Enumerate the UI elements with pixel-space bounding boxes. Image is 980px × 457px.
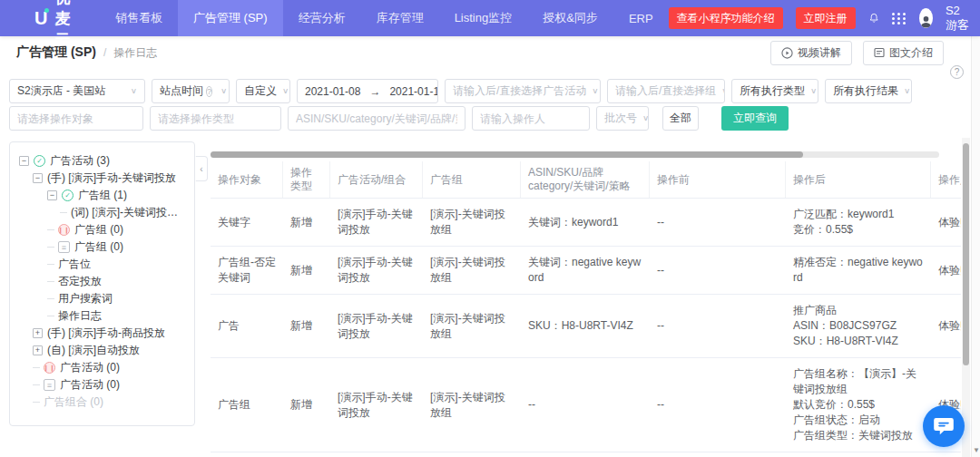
col-header-after: 操作后 — [786, 161, 931, 198]
video-guide-button[interactable]: 视频讲解 — [770, 41, 852, 65]
panel-collapse-handle[interactable]: ‹ — [195, 156, 208, 181]
cell-adgroup: [演示]-关键词投放组 — [423, 382, 521, 429]
cell-before: -- — [650, 255, 786, 287]
tree-item-campaigns-enabled[interactable]: − 广告活动 (3) — [17, 152, 187, 170]
horizontal-scrollbar — [211, 151, 939, 158]
cell-operator: 体验账号 — [931, 255, 961, 287]
cell-campaign: [演示]手动-关键词投放 — [330, 199, 423, 246]
optype-input[interactable] — [150, 106, 281, 131]
cell-optype: 新增 — [283, 310, 330, 342]
col-header-campaign: 广告活动/组合 — [330, 161, 423, 198]
miniapp-intro-button[interactable]: 查看小程序功能介绍 — [669, 7, 783, 29]
nav-item-inventory[interactable]: 库存管理 — [361, 0, 439, 36]
nav-item-sales-board[interactable]: 销售看板 — [100, 0, 178, 36]
horizontal-scrollbar-thumb[interactable] — [211, 151, 803, 158]
tree-item-keyword-group[interactable]: (词) [演示]-关键词投放组 — [17, 204, 187, 221]
expand-toggle[interactable]: + — [33, 328, 43, 338]
cell-target: 广告组 — [211, 389, 283, 421]
operator-input[interactable] — [472, 106, 590, 131]
cell-criteria: -- — [521, 389, 650, 421]
exec-type-select[interactable]: 所有执行类型 — [731, 79, 818, 103]
tree-item-placements[interactable]: 广告位 — [17, 256, 187, 273]
expand-toggle[interactable]: − — [47, 190, 57, 200]
expand-toggle[interactable]: − — [19, 156, 29, 166]
tree-item-campaign-product[interactable]: + (手) [演示]手动-商品投放 — [17, 325, 187, 342]
range-mode-select[interactable]: 自定义 — [236, 79, 290, 103]
nav-item-erp[interactable]: ERP — [613, 0, 669, 36]
exec-result-select[interactable]: 所有执行结果 — [825, 79, 912, 103]
target-input[interactable] — [9, 106, 143, 131]
register-button[interactable]: 立即注册 — [796, 7, 856, 29]
scroll-down-arrow-icon[interactable]: ▼ — [973, 446, 980, 454]
cell-operator: 体验账号 — [931, 310, 961, 342]
keyword-input[interactable] — [288, 106, 466, 131]
date-range-picker[interactable]: 2021-01-08 → 2021-01-14 — [297, 79, 438, 103]
filter-row-1: S2演示店 - 美国站 站点时间? 自定义 2021-01-08 → 2021-… — [9, 79, 912, 103]
expand-toggle[interactable]: − — [33, 173, 43, 183]
help-icon[interactable]: ? — [950, 65, 964, 79]
filter-row-2: 批次号 全部 立即查询 — [9, 106, 789, 131]
batch-select[interactable]: 批次号 — [596, 106, 649, 131]
tree-item-adgroups-enabled[interactable]: − 广告组 (1) — [17, 187, 187, 204]
chat-bubble-icon — [933, 416, 955, 436]
cell-before: -- — [650, 310, 786, 342]
status-paused-icon — [44, 362, 55, 374]
cell-campaign: [演示]手动-关键词投放 — [330, 303, 423, 350]
doc-intro-button[interactable]: 图文介绍 — [863, 41, 944, 65]
breadcrumb-separator: / — [103, 46, 106, 59]
tree-item-campaign-auto[interactable]: + (自) [演示]自动投放 — [17, 342, 187, 359]
nav-item-business-analysis[interactable]: 经营分析 — [283, 0, 361, 36]
tree-item-campaign-keyword[interactable]: − (手) [演示]手动-关键词投放 — [17, 170, 187, 187]
cell-after: 广告组名称：【演示】-关键词投放组 默认竞价：0.55$ 广告组状态：启动 广告… — [786, 358, 931, 452]
status-enabled-icon — [34, 155, 45, 167]
table-vertical-scrollbar-thumb[interactable] — [963, 143, 969, 365]
campaign-tree-panel: − 广告活动 (3) − (手) [演示]手动-关键词投放 − 广告组 (1) … — [9, 141, 195, 426]
cell-criteria: 关键词：negative keyword — [521, 247, 650, 294]
tree-item-campaigns-archived[interactable]: 广告活动 (0) — [17, 376, 187, 394]
apps-grid-icon[interactable] — [892, 13, 906, 24]
cell-target: 广告 — [211, 310, 283, 342]
brand-logo[interactable]: U 优麦云 — [34, 0, 76, 50]
query-button[interactable]: 立即查询 — [721, 106, 789, 131]
expand-toggle[interactable]: + — [33, 345, 43, 355]
campaign-select[interactable]: 请输入后/直接选择广告活动 — [445, 79, 601, 103]
cell-adgroup: [演示]-关键词投放组 — [423, 303, 521, 350]
chevron-left-icon: ‹ — [200, 164, 202, 174]
col-header-criteria: ASIN/SKU/品牌 category/关键词/策略 — [521, 161, 650, 198]
cell-criteria: 关键词：keyword1 — [521, 207, 650, 238]
tree-item-negative-targeting[interactable]: 否定投放 — [17, 273, 187, 290]
cell-after: 广泛匹配：keyword1 竞价：0.55$ — [786, 199, 931, 246]
tree-item-operation-log[interactable]: 操作日志 — [17, 307, 187, 325]
tree-item-campaigns-paused[interactable]: 广告活动 (0) — [17, 359, 187, 376]
cell-before: -- — [650, 389, 786, 421]
table-row: 广告组-否定关键词 新增 [演示]手动-关键词投放 [演示]-关键词投放组 关键… — [211, 247, 961, 295]
info-icon: ? — [206, 86, 212, 97]
cell-optype: 新增 — [283, 255, 330, 287]
cell-target: 广告组-否定关键词 — [211, 247, 283, 294]
cell-campaign: [演示]手动-关键词投放 — [330, 382, 423, 429]
cell-after: 精准否定：negative keyword — [786, 247, 931, 294]
tree-item-search-terms[interactable]: 用户搜索词 — [17, 290, 187, 307]
tree-item-portfolios[interactable]: 广告组合 (0) — [17, 394, 187, 411]
date-start: 2021-01-08 — [305, 85, 360, 98]
chat-support-button[interactable] — [923, 405, 965, 447]
nav-item-auth-sync[interactable]: 授权&同步 — [527, 0, 613, 36]
tree-item-adgroups-paused[interactable]: 广告组 (0) — [17, 221, 187, 238]
store-select[interactable]: S2演示店 - 美国站 — [9, 79, 145, 103]
date-end: 2021-01-14 — [389, 85, 438, 98]
nav-item-listing-monitor[interactable]: Listing监控 — [439, 0, 528, 36]
scope-all-button[interactable]: 全部 — [662, 106, 699, 131]
adgroup-select[interactable]: 请输入后/直接选择组 — [607, 79, 725, 103]
col-header-optype: 操作类型 — [283, 161, 330, 198]
page-scrollbar[interactable]: ▼ — [971, 36, 980, 457]
time-field-select[interactable]: 站点时间? — [152, 79, 230, 103]
table-row: 关键字 新增 [演示]手动-关键词投放 [演示]-关键词投放组 关键词：keyw… — [211, 199, 961, 247]
arrow-right-icon: → — [369, 85, 380, 98]
bell-icon[interactable] — [868, 10, 879, 26]
avatar[interactable] — [919, 8, 933, 28]
nav-item-ad-management[interactable]: 广告管理 (SP) — [178, 0, 283, 36]
top-navbar: U 优麦云 销售看板 广告管理 (SP) 经营分析 库存管理 Listing监控… — [0, 0, 980, 36]
cell-operator: 体验账号 — [931, 207, 961, 238]
table-row: 广告组 新增 [演示]手动-关键词投放 [演示]-关键词投放组 -- -- 广告… — [211, 358, 961, 452]
tree-item-adgroups-archived[interactable]: 广告组 (0) — [17, 238, 187, 256]
